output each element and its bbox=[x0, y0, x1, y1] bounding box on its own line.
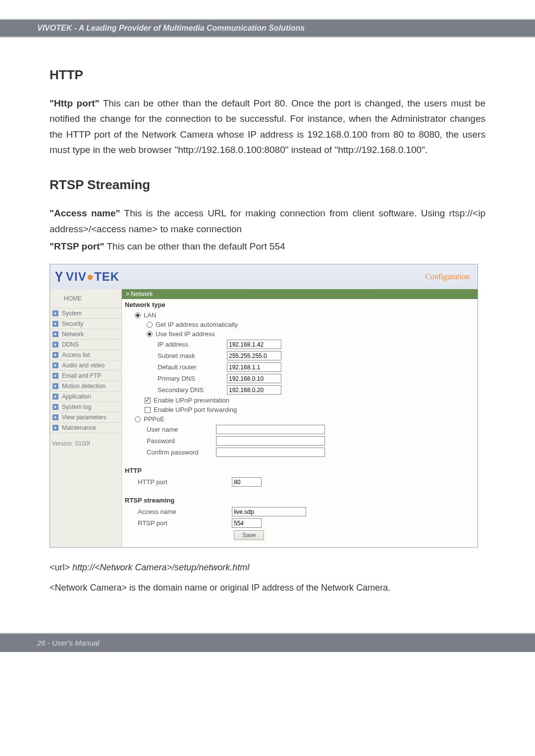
primary-dns-row: Primary DNS bbox=[125, 373, 475, 384]
lan-radio-row[interactable]: LAN bbox=[125, 310, 475, 320]
pppoe-confirm-row: Confirm password bbox=[125, 447, 475, 458]
arrow-right-icon bbox=[52, 362, 59, 369]
rtsp-heading: RTSP Streaming bbox=[50, 177, 485, 193]
page-number: 26 - User's Manual bbox=[37, 639, 99, 647]
arrow-right-icon bbox=[52, 341, 59, 348]
url-note-line2: <Network Camera> is the domain name or o… bbox=[50, 583, 485, 593]
sidebar-item-label: Maintenance bbox=[62, 424, 96, 431]
sidebar-item-view-parameters[interactable]: View parameters bbox=[50, 412, 121, 423]
secondary-dns-input[interactable] bbox=[227, 385, 281, 395]
sidebar-item-label: Motion detection bbox=[62, 383, 106, 390]
router-row: Default router bbox=[125, 361, 475, 373]
save-button[interactable]: Save bbox=[234, 530, 264, 540]
http-section-heading: HTTP bbox=[122, 465, 478, 476]
upnp-presentation-checkbox[interactable] bbox=[145, 398, 151, 403]
arrow-right-icon bbox=[52, 352, 59, 358]
url-note-line1: <url> http://<Network Camera>/setup/netw… bbox=[50, 562, 485, 573]
upnp-presentation-row[interactable]: Enable UPnP presentation bbox=[125, 396, 475, 405]
pppoe-radio[interactable] bbox=[135, 416, 141, 422]
url-prefix: <url> bbox=[50, 562, 72, 572]
sidebar-item-label: DDNS bbox=[62, 341, 79, 348]
use-fixed-ip-radio[interactable] bbox=[147, 331, 153, 337]
primary-dns-input[interactable] bbox=[227, 374, 281, 383]
sidebar-item-security[interactable]: Security bbox=[50, 319, 121, 329]
sidebar-item-access-list[interactable]: Access list bbox=[50, 350, 121, 360]
configuration-label: Configuration bbox=[425, 272, 470, 281]
rtsp-p1: "Access name" This is the access URL for… bbox=[50, 205, 485, 237]
pppoe-pass-input[interactable] bbox=[216, 436, 325, 446]
get-ip-auto-row[interactable]: Get IP address automatically bbox=[125, 320, 475, 329]
ui-topbar: Y VIV●TEK Configuration bbox=[50, 264, 478, 289]
url-italic: http://<Network Camera>/setup/network.ht… bbox=[72, 562, 249, 572]
doc-header: VIVOTEK - A Leading Provider of Multimed… bbox=[0, 19, 535, 38]
sidebar: HOME System Security Network bbox=[50, 289, 122, 547]
sidebar-item-system-log[interactable]: System log bbox=[50, 402, 121, 412]
sidebar-item-system[interactable]: System bbox=[50, 308, 121, 319]
pppoe-user-input[interactable] bbox=[216, 425, 325, 434]
rtsp-port-row: RTSP port bbox=[125, 517, 475, 529]
ip-address-row: IP address bbox=[125, 339, 475, 350]
arrow-right-icon bbox=[52, 331, 59, 338]
rtsp-p2: "RTSP port" This can be other than the d… bbox=[50, 239, 485, 254]
upnp-presentation-label: Enable UPnP presentation bbox=[154, 397, 229, 404]
use-fixed-ip-row[interactable]: Use fixed IP address bbox=[125, 329, 475, 339]
pppoe-radio-row[interactable]: PPPoE bbox=[125, 414, 475, 424]
sidebar-home[interactable]: HOME bbox=[50, 289, 121, 308]
http-port-row: HTTP port bbox=[125, 476, 475, 488]
get-ip-auto-radio[interactable] bbox=[147, 322, 153, 328]
pppoe-radio-label: PPPoE bbox=[144, 415, 164, 423]
sidebar-item-label: System log bbox=[62, 403, 91, 410]
arrow-right-icon bbox=[52, 424, 59, 431]
use-fixed-ip-label: Use fixed IP address bbox=[156, 330, 215, 338]
arrow-right-icon bbox=[52, 320, 59, 327]
subnet-label: Subnet mask bbox=[158, 352, 227, 359]
arrow-right-icon bbox=[52, 310, 59, 317]
sidebar-item-label: Access list bbox=[62, 352, 90, 358]
arrow-right-icon bbox=[52, 393, 59, 400]
sidebar-item-audio-video[interactable]: Audio and video bbox=[50, 360, 121, 371]
http-port-input[interactable] bbox=[232, 477, 262, 487]
access-name-input[interactable] bbox=[232, 507, 306, 516]
upnp-forwarding-checkbox[interactable] bbox=[145, 407, 151, 413]
sidebar-item-label: Audio and video bbox=[62, 362, 105, 369]
arrow-right-icon bbox=[52, 414, 59, 421]
pppoe-confirm-input[interactable] bbox=[216, 448, 325, 457]
network-type-heading: Network type bbox=[122, 299, 478, 310]
pppoe-pass-label: Password bbox=[147, 437, 216, 445]
access-name-row: Access name bbox=[125, 506, 475, 517]
rtsp-section-heading: RTSP streaming bbox=[122, 495, 478, 506]
sidebar-item-maintenance[interactable]: Maintenance bbox=[50, 423, 121, 433]
subnet-input[interactable] bbox=[227, 351, 281, 360]
subnet-row: Subnet mask bbox=[125, 350, 475, 361]
rtsp-port-label: RTSP port bbox=[138, 519, 232, 527]
router-input[interactable] bbox=[227, 362, 281, 372]
sidebar-item-label: View parameters bbox=[62, 414, 107, 421]
sidebar-item-network[interactable]: Network bbox=[50, 329, 121, 340]
logo-text: VIV●TEK bbox=[66, 270, 119, 284]
lan-radio[interactable] bbox=[135, 312, 141, 318]
http-port-term: "Http port" bbox=[50, 98, 99, 108]
rtsp-port-desc: This can be other than the default Port … bbox=[105, 241, 285, 252]
secondary-dns-row: Secondary DNS bbox=[125, 384, 475, 396]
rtsp-port-input[interactable] bbox=[232, 518, 262, 528]
arrow-right-icon bbox=[52, 403, 59, 410]
access-name-term: "Access name" bbox=[50, 208, 120, 218]
arrow-right-icon bbox=[52, 383, 59, 390]
sidebar-item-application[interactable]: Application bbox=[50, 392, 121, 402]
secondary-dns-label: Secondary DNS bbox=[158, 386, 227, 394]
http-heading: HTTP bbox=[50, 67, 485, 83]
pppoe-user-row: User name bbox=[125, 424, 475, 435]
pppoe-confirm-label: Confirm password bbox=[147, 449, 216, 456]
breadcrumb: > Network bbox=[122, 289, 478, 299]
ip-address-input[interactable] bbox=[227, 340, 281, 349]
sidebar-item-ddns[interactable]: DDNS bbox=[50, 340, 121, 350]
rtsp-port-term: "RTSP port" bbox=[50, 241, 105, 252]
vivotek-logo: Y VIV●TEK bbox=[54, 268, 119, 285]
sidebar-item-email-ftp[interactable]: Email and FTP bbox=[50, 371, 121, 381]
arrow-right-icon bbox=[52, 372, 59, 379]
upnp-forwarding-row[interactable]: Enable UPnP port forwarding bbox=[125, 405, 475, 414]
pppoe-pass-row: Password bbox=[125, 435, 475, 447]
http-paragraph: "Http port" This can be other than the d… bbox=[50, 96, 485, 157]
sidebar-item-motion-detection[interactable]: Motion detection bbox=[50, 381, 121, 392]
firmware-version: Version: 0100f bbox=[50, 433, 121, 447]
